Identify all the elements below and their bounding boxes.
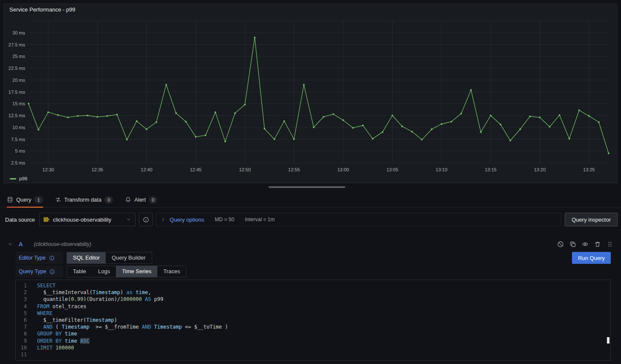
code-line[interactable]: 11: [16, 351, 610, 358]
drag-handle-icon: [607, 241, 613, 248]
svg-text:12.5 ms: 12.5 ms: [9, 113, 26, 118]
svg-text:13:05: 13:05: [387, 167, 399, 172]
code-line[interactable]: 5WHERE: [16, 310, 610, 317]
clickhouse-logo-icon: [43, 217, 49, 222]
code-line[interactable]: 4FROM otel_traces: [16, 303, 610, 310]
query-type-label: Query Type: [19, 269, 46, 274]
sql-code-editor[interactable]: 1SELECT2 $__timeInterval(Timestamp) as t…: [15, 280, 611, 361]
tab-transform-data[interactable]: Transform data 0: [55, 192, 113, 207]
query-options-link[interactable]: Query options: [170, 217, 204, 223]
panel-title[interactable]: Service Performance - p99: [4, 4, 617, 16]
tab-query-count-badge: 1: [34, 196, 43, 204]
copy-icon: [569, 241, 576, 248]
svg-text:22.5 ms: 22.5 ms: [9, 66, 26, 71]
toggle-visibility-button[interactable]: [582, 241, 589, 248]
svg-text:5 ms: 5 ms: [15, 148, 25, 153]
radio-logs[interactable]: Logs: [92, 266, 116, 277]
chevron-right-icon[interactable]: [161, 217, 166, 222]
tab-query[interactable]: Query 1: [7, 192, 43, 207]
tab-transform-label: Transform data: [64, 196, 102, 203]
datasource-toolbar: Data source clickhouse-observability Que…: [3, 213, 618, 226]
code-line[interactable]: 1SELECT: [16, 282, 610, 289]
svg-text:12:30: 12:30: [42, 167, 54, 172]
query-options-bar: Query options MD = 50 Interval = 1m: [156, 213, 561, 226]
query-row-actions: [557, 241, 613, 248]
code-line[interactable]: 10LIMIT 100000: [16, 344, 610, 351]
grafana-query-editor-page: Service Performance - p99 2.5 ms5 ms7.5 …: [0, 0, 621, 364]
datasource-picker[interactable]: clickhouse-observability: [39, 213, 136, 226]
sql-code-lines[interactable]: 1SELECT2 $__timeInterval(Timestamp) as t…: [16, 282, 610, 358]
query-options-md: MD = 50: [215, 217, 234, 222]
svg-text:12:55: 12:55: [288, 167, 300, 172]
code-line[interactable]: 3 quantile(0.99)(Duration)/1000000 AS p9…: [16, 296, 610, 303]
svg-text:12:50: 12:50: [239, 167, 251, 172]
ban-icon: [557, 241, 564, 248]
code-line[interactable]: 8GROUP BY time: [16, 330, 610, 337]
radio-traces[interactable]: Traces: [157, 266, 186, 277]
alert-bell-icon: [125, 196, 131, 203]
drag-query-handle[interactable]: [607, 241, 613, 248]
radio-time-series[interactable]: Time Series: [116, 266, 157, 277]
svg-text:12:40: 12:40: [141, 167, 153, 172]
database-icon: [7, 196, 13, 203]
collapse-chevron-down-icon[interactable]: [8, 242, 13, 247]
run-query-button[interactable]: Run Query: [572, 252, 611, 264]
query-ref-id[interactable]: A: [19, 241, 23, 248]
legend-series-label[interactable]: p99: [19, 176, 27, 181]
datasource-label: Data source: [5, 217, 35, 223]
timeseries-panel: Service Performance - p99 2.5 ms5 ms7.5 …: [3, 3, 618, 183]
chart-legend[interactable]: p99: [10, 176, 27, 181]
code-line[interactable]: 2 $__timeInterval(Timestamp) as time,: [16, 289, 610, 296]
code-line[interactable]: 9ORDER BY time ASC: [16, 338, 610, 344]
svg-text:12:35: 12:35: [92, 167, 104, 172]
tab-alert-label: Alert: [134, 196, 146, 203]
svg-text:13:20: 13:20: [534, 167, 546, 172]
query-type-field-label: Query Type: [15, 266, 63, 277]
query-row-header[interactable]: A (clickhouse-observability): [3, 237, 618, 251]
svg-text:13:10: 13:10: [436, 167, 448, 172]
editor-type-label: Editor Type: [19, 255, 46, 261]
svg-text:2.5 ms: 2.5 ms: [11, 160, 26, 165]
code-line[interactable]: 7 AND ( Timestamp >= $__fromTime AND Tim…: [16, 324, 610, 330]
svg-text:15 ms: 15 ms: [12, 101, 25, 106]
editor-type-field-label: Editor Type: [15, 252, 63, 264]
tab-bar: Query 1 Transform data 0 Alert 0: [0, 192, 621, 208]
query-type-row: Query Type Table Logs Time Series Traces: [15, 266, 186, 277]
datasource-value: clickhouse-observability: [53, 217, 123, 223]
svg-text:27.5 ms: 27.5 ms: [9, 42, 26, 47]
tab-alert[interactable]: Alert 0: [125, 192, 157, 207]
query-type-radio-group: Table Logs Time Series Traces: [66, 266, 186, 277]
horizontal-scrollbar-thumb[interactable]: [269, 186, 345, 188]
tab-transform-count-badge: 0: [104, 196, 113, 204]
chevron-down-icon: [126, 217, 131, 222]
svg-text:10 ms: 10 ms: [12, 125, 25, 130]
svg-text:12:45: 12:45: [190, 167, 202, 172]
svg-text:17.5 ms: 17.5 ms: [9, 90, 26, 95]
svg-text:25 ms: 25 ms: [12, 54, 25, 59]
svg-text:13:00: 13:00: [337, 167, 349, 172]
query-options-interval: Interval = 1m: [245, 217, 275, 222]
query-inspector-button[interactable]: Query inspector: [565, 213, 618, 226]
editor-type-radio-group: SQL Editor Query Builder: [66, 252, 152, 264]
info-circle-icon[interactable]: [49, 269, 55, 274]
timeseries-chart[interactable]: 2.5 ms5 ms7.5 ms10 ms12.5 ms15 ms17.5 ms…: [7, 17, 615, 176]
eye-icon: [582, 241, 589, 248]
datasource-help-button[interactable]: [139, 213, 153, 226]
svg-text:7.5 ms: 7.5 ms: [11, 137, 26, 142]
svg-text:20 ms: 20 ms: [12, 78, 25, 83]
info-circle-icon[interactable]: [49, 255, 55, 261]
editor-overview-ruler-cursor: [607, 337, 609, 344]
editor-type-row: Editor Type SQL Editor Query Builder: [15, 252, 152, 264]
svg-text:13:25: 13:25: [583, 167, 595, 172]
radio-sql-editor[interactable]: SQL Editor: [67, 252, 106, 263]
delete-query-button[interactable]: [594, 241, 601, 248]
disable-query-button[interactable]: [557, 241, 564, 248]
code-line[interactable]: 6 $__timeFilter(Timestamp): [16, 317, 610, 324]
legend-series-swatch: [10, 178, 16, 179]
duplicate-query-button[interactable]: [569, 241, 576, 248]
query-datasource-hint: (clickhouse-observability): [34, 241, 91, 247]
trash-icon: [594, 241, 601, 248]
radio-table[interactable]: Table: [67, 266, 92, 277]
svg-text:30 ms: 30 ms: [12, 30, 25, 35]
radio-query-builder[interactable]: Query Builder: [106, 252, 151, 263]
